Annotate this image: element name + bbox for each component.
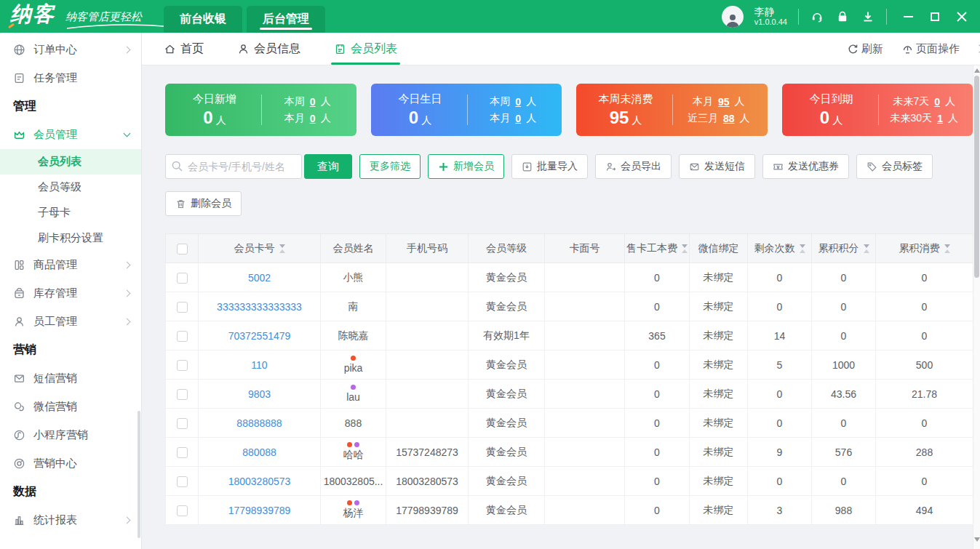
sidebar-item-member-list[interactable]: 会员列表 xyxy=(0,149,141,175)
lock-icon[interactable] xyxy=(835,9,850,24)
col-consume[interactable]: 累积消费 xyxy=(876,234,973,263)
sidebar-item-parent-child-card[interactable]: 子母卡 xyxy=(0,200,141,225)
table-row[interactable]: 880088 哈哈 15737248273 黄金会员 0 未绑定 9 576 2… xyxy=(166,438,973,467)
sidebar-item-miniprogram-marketing[interactable]: 小程序营销 xyxy=(0,421,141,449)
table-row[interactable]: 5002 小熊 黄金会员 0 未绑定 0 0 0 xyxy=(166,263,973,292)
col-card-no[interactable]: 会员卡号 xyxy=(199,234,321,263)
send-sms-button[interactable]: 发送短信 xyxy=(679,154,755,179)
sidebar-scrollbar-thumb[interactable] xyxy=(138,411,140,538)
member-card-link[interactable]: 17798939789 xyxy=(228,505,291,516)
scrollbar-thumb[interactable] xyxy=(974,76,979,278)
member-card-link[interactable]: 5002 xyxy=(248,272,271,284)
sidebar-item-sms-marketing[interactable]: 短信营销 xyxy=(0,364,141,393)
row-checkbox[interactable] xyxy=(177,273,188,284)
stat-link[interactable]: 88 xyxy=(723,113,735,124)
batch-import-button[interactable]: 批量导入 xyxy=(511,154,588,179)
globe-icon xyxy=(13,44,25,56)
sidebar-item-wechat-marketing[interactable]: 微信营销 xyxy=(0,393,141,421)
tab-member-list[interactable]: 会员列表 xyxy=(334,33,397,65)
customer-service-icon[interactable] xyxy=(810,9,824,24)
tag-icon xyxy=(867,161,877,172)
main-area: 首页 会员信息 会员列表 刷新 页面操作 xyxy=(142,33,980,549)
tabbar: 首页 会员信息 会员列表 刷新 页面操作 xyxy=(142,33,980,65)
divider xyxy=(886,9,887,25)
search-input[interactable] xyxy=(165,154,302,179)
table-row[interactable]: 110 pika 黄金会员 0 未绑定 5 1000 500 xyxy=(166,350,973,380)
row-checkbox[interactable] xyxy=(177,505,188,516)
stat-link[interactable]: 0 xyxy=(934,96,940,108)
table-row[interactable]: 17798939789 杨洋 17798939789 黄金会员 0 未绑定 3 … xyxy=(166,496,973,525)
close-icon[interactable] xyxy=(957,12,967,22)
table-row[interactable]: 70372551479 陈晓嘉 有效期1年 365 未绑定 14 0 0 xyxy=(166,321,973,350)
stat-link[interactable]: 0 xyxy=(310,96,316,108)
member-card-link[interactable]: 18003280573 xyxy=(228,476,291,487)
sidebar-item-task-manage[interactable]: 任务管理 xyxy=(0,64,141,92)
backend-manage-button[interactable]: 后台管理 xyxy=(247,6,325,33)
table-row[interactable]: 88888888 888 黄金会员 0 未绑定 0 0 0 xyxy=(166,409,973,438)
delete-member-button[interactable]: 删除会员 xyxy=(165,191,242,216)
table-row[interactable]: 333333333333333 南 黄金会员 0 未绑定 0 0 0 xyxy=(166,292,973,321)
scroll-down-arrow-icon[interactable] xyxy=(974,537,980,542)
query-button[interactable]: 查询 xyxy=(304,154,352,179)
sidebar-item-order-center[interactable]: 订单中心 xyxy=(0,36,141,64)
table-row[interactable]: 9803 lau 黄金会员 0 未绑定 0 43.56 21.78 xyxy=(166,380,973,409)
member-tag-button[interactable]: 会员标签 xyxy=(856,154,933,179)
download-icon[interactable] xyxy=(861,9,875,24)
member-card-link[interactable]: 333333333333333 xyxy=(217,301,302,313)
front-cashier-button[interactable]: 前台收银 xyxy=(164,6,242,33)
stat-link[interactable]: 1 xyxy=(937,113,943,124)
select-all-checkbox[interactable] xyxy=(177,244,188,255)
row-checkbox[interactable] xyxy=(177,360,188,371)
tab-home[interactable]: 首页 xyxy=(164,33,204,65)
sidebar-item-member-grade[interactable]: 会员等级 xyxy=(0,175,141,200)
maximize-icon[interactable] xyxy=(931,12,939,21)
row-checkbox[interactable] xyxy=(177,418,188,429)
sidebar-item-staff-manage[interactable]: 员工管理 xyxy=(0,308,141,336)
sidebar-item-member-manage[interactable]: 会员管理 xyxy=(0,121,141,149)
stat-link[interactable]: 0 xyxy=(515,96,521,108)
content-scrollbar[interactable] xyxy=(973,65,980,549)
col-card-fee[interactable]: 售卡工本费 xyxy=(625,234,690,263)
sidebar-item-marketing-center[interactable]: 营销中心 xyxy=(0,449,141,478)
minimize-icon[interactable] xyxy=(904,16,913,17)
sidebar-section-manage: 管理 xyxy=(0,92,141,121)
sidebar-item-stock-manage[interactable]: 库存管理 xyxy=(0,279,141,308)
sort-icon[interactable] xyxy=(800,244,805,253)
sidebar-item-swipe-points-setting[interactable]: 刷卡积分设置 xyxy=(0,225,141,251)
send-coupon-button[interactable]: 发送优惠券 xyxy=(762,154,849,179)
member-card-link[interactable]: 88888888 xyxy=(236,417,282,429)
member-card-link[interactable]: 880088 xyxy=(242,446,276,458)
member-card-link[interactable]: 110 xyxy=(251,359,267,371)
row-checkbox[interactable] xyxy=(177,447,188,458)
add-member-button[interactable]: 新增会员 xyxy=(428,154,504,179)
row-checkbox[interactable] xyxy=(177,389,188,400)
more-filter-button[interactable]: 更多筛选 xyxy=(359,154,421,179)
table-row[interactable]: 18003280573 180032805... 18003280573 黄金会… xyxy=(166,467,973,496)
col-points[interactable]: 累积积分 xyxy=(812,234,876,263)
stat-link[interactable]: 0 xyxy=(310,113,316,124)
chevron-right-icon xyxy=(124,517,131,524)
row-checkbox[interactable] xyxy=(177,476,188,487)
stat-link[interactable]: 0 xyxy=(515,113,521,124)
avatar[interactable] xyxy=(722,6,744,28)
sort-icon[interactable] xyxy=(944,244,950,253)
member-card-link[interactable]: 9803 xyxy=(248,388,271,400)
sort-icon[interactable] xyxy=(279,244,285,253)
member-card-link[interactable]: 70372551479 xyxy=(228,330,291,342)
goods-icon xyxy=(13,259,25,271)
stat-link[interactable]: 95 xyxy=(718,96,730,108)
col-wechat-bind: 微信绑定 xyxy=(690,234,748,263)
page-operations-button[interactable]: 页面操作 xyxy=(902,42,960,56)
tab-member-info[interactable]: 会员信息 xyxy=(237,33,300,65)
sidebar-item-statistic-report[interactable]: 统计报表 xyxy=(0,506,141,534)
row-checkbox[interactable] xyxy=(177,331,188,342)
sort-icon[interactable] xyxy=(864,244,869,253)
refresh-button[interactable]: 刷新 xyxy=(848,42,883,56)
sidebar-item-goods-manage[interactable]: 商品管理 xyxy=(0,251,141,279)
sort-icon[interactable] xyxy=(682,244,688,253)
scroll-up-arrow-icon[interactable] xyxy=(974,68,980,73)
export-member-button[interactable]: 会员导出 xyxy=(595,154,672,179)
col-remain-times[interactable]: 剩余次数 xyxy=(748,234,812,263)
col-face-no: 卡面号 xyxy=(545,234,625,263)
row-checkbox[interactable] xyxy=(177,302,188,313)
